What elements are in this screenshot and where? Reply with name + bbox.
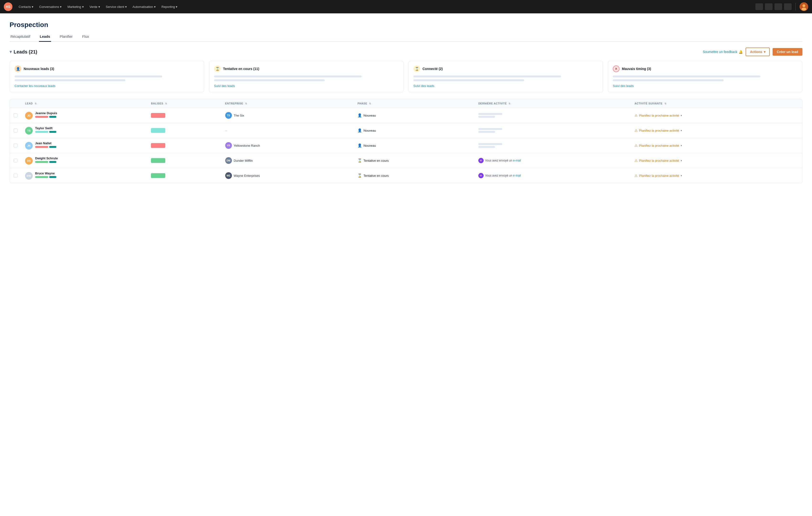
chevron-down-icon[interactable]: ▾	[680, 129, 682, 132]
table-row: DS Dwight Schrute DM Dunder Mifflin ⌛ Te…	[10, 153, 802, 168]
tag-pill-teal	[49, 161, 56, 163]
next-activity-label[interactable]: Planifiez la prochaine activité	[639, 174, 679, 177]
warning-icon: ⚠	[635, 113, 638, 117]
next-activity-label[interactable]: Planifiez la prochaine activité	[639, 114, 679, 117]
last-activity-email: ✉ Vous avez envoyé un e-mail	[478, 158, 627, 163]
placeholder-line	[214, 79, 325, 81]
tab-planifier[interactable]: Planifier	[59, 34, 74, 41]
row-checkbox[interactable]	[13, 159, 18, 163]
logo[interactable]: HS	[4, 2, 12, 11]
sort-icon: ⇅	[245, 102, 247, 105]
th-derniere-activite[interactable]: Dernière Activité ⇅	[474, 99, 631, 108]
table-row: TS Taylor Swift -- 👤 Nouveau ⚠ Planifiez…	[10, 123, 802, 138]
lead-name[interactable]: Bruce Wayne	[35, 172, 56, 175]
table-row: BW Bruce Wayne WE Wayne Enterprises ⌛ Te…	[10, 168, 802, 183]
placeholder-line	[613, 79, 724, 81]
tab-recapitulatif[interactable]: Récapitulatif	[9, 34, 31, 41]
hourglass-phase-icon: ⌛	[357, 173, 362, 178]
tag-pill-teal	[49, 176, 56, 178]
company-name[interactable]: Dunder Mifflin	[234, 159, 253, 163]
table-header-row: Lead ⇅ Balises ⇅ Entreprise ⇅ Phase	[10, 99, 802, 108]
lead-tags	[35, 116, 57, 118]
card-mauvais-link[interactable]: Suivi des leads	[613, 84, 798, 88]
tag-pill	[35, 176, 48, 178]
person-phase-icon: 👤	[357, 113, 362, 117]
nav-icon-btn-4[interactable]	[784, 3, 792, 10]
lead-info: Dwight Schrute	[35, 156, 58, 163]
card-mauvais: ✕ Mauvais timing (3) Suivi des leads	[608, 61, 803, 92]
lead-name[interactable]: Dwight Schrute	[35, 156, 58, 160]
row-checkbox[interactable]	[13, 144, 18, 147]
person-phase-icon: 👤	[357, 128, 362, 133]
company-name[interactable]: Yellowstone Ranch	[234, 144, 260, 147]
nav-item-vente[interactable]: Vente ▾	[87, 4, 103, 10]
create-lead-button[interactable]: Créer un lead	[773, 48, 803, 56]
svg-text:HS: HS	[6, 5, 10, 9]
activity-bar-2	[478, 146, 495, 148]
svg-point-3	[803, 4, 805, 7]
balise-badge	[151, 128, 165, 133]
balise-badge	[151, 158, 165, 163]
lead-avatar: JN	[25, 142, 33, 149]
row-checkbox[interactable]	[13, 113, 18, 117]
nav-item-reporting[interactable]: Reporting ▾	[159, 4, 180, 10]
th-phase[interactable]: Phase ⇅	[354, 99, 474, 108]
person-phase-icon: 👤	[357, 143, 362, 148]
chevron-down-icon: ▾	[9, 49, 12, 55]
placeholder-line	[14, 76, 162, 78]
next-activity-label[interactable]: Planifiez la prochaine activité	[639, 129, 679, 132]
next-activity-label[interactable]: Planifiez la prochaine activité	[639, 144, 679, 147]
nav-item-automatisation[interactable]: Automatisation ▾	[130, 4, 158, 10]
next-activity-label[interactable]: Planifiez la prochaine activité	[639, 159, 679, 163]
nav-item-contacts[interactable]: Contacts ▾	[16, 4, 36, 10]
user-avatar[interactable]	[800, 2, 808, 11]
last-activity-email: ✉ Vous avez envoyé un e-mail	[478, 173, 627, 178]
status-cards: 👤 Nouveaux leads (3) Contacter les nouve…	[9, 61, 803, 92]
card-connecte-link[interactable]: Suivi des leads	[413, 84, 598, 88]
row-checkbox[interactable]	[13, 128, 18, 132]
lead-name[interactable]: Jeanne Dupuis	[35, 111, 57, 115]
row-checkbox[interactable]	[13, 174, 18, 177]
placeholder-line	[214, 76, 361, 78]
chevron-down-icon[interactable]: ▾	[680, 159, 682, 162]
card-tentative-link[interactable]: Suivi des leads	[214, 84, 399, 88]
activity-bar-2	[478, 116, 495, 118]
balise-badge	[151, 173, 165, 178]
chevron-down-icon[interactable]: ▾	[680, 144, 682, 147]
th-lead[interactable]: Lead ⇅	[21, 99, 147, 108]
lead-cell: JD Jeanne Dupuis	[25, 111, 143, 119]
th-entreprise[interactable]: Entreprise ⇅	[222, 99, 354, 108]
nav-item-conversations[interactable]: Conversations ▾	[37, 4, 64, 10]
balise-badge	[151, 143, 165, 148]
lead-cell: TS Taylor Swift	[25, 126, 143, 135]
th-balises[interactable]: Balises ⇅	[147, 99, 221, 108]
lead-name[interactable]: Jean Nallet	[35, 141, 56, 145]
card-nouveaux-link[interactable]: Contacter les nouveaux leads	[14, 84, 199, 88]
hourglass-icon: ⌛	[214, 65, 221, 72]
nav-icon-btn-1[interactable]	[755, 3, 763, 10]
feedback-button[interactable]: Soumettre un feedback 🔔	[703, 50, 743, 54]
warning-icon: ⚠	[635, 144, 638, 147]
lead-tags	[35, 146, 56, 148]
company-name[interactable]: Wayne Enterprises	[234, 174, 260, 177]
nav-item-marketing[interactable]: Marketing ▾	[65, 4, 86, 10]
sort-icon: ⇅	[369, 102, 371, 105]
leads-table: Lead ⇅ Balises ⇅ Entreprise ⇅ Phase	[9, 99, 803, 183]
lead-tags	[35, 161, 58, 163]
company-name[interactable]: The Six	[234, 114, 244, 117]
th-activite-suivante[interactable]: Activité Suivante ⇅	[631, 99, 802, 108]
nav-item-service-client[interactable]: Service client ▾	[104, 4, 129, 10]
tab-flux[interactable]: Flux	[81, 34, 90, 41]
balise-badge	[151, 113, 165, 118]
lead-cell: BW Bruce Wayne	[25, 172, 143, 180]
nav-icon-btn-3[interactable]	[775, 3, 782, 10]
email-link[interactable]: e-mail	[513, 159, 521, 162]
chevron-down-icon[interactable]: ▾	[680, 174, 682, 177]
company-avatar: DM	[225, 157, 232, 164]
email-link[interactable]: e-mail	[513, 174, 521, 177]
chevron-down-icon[interactable]: ▾	[680, 114, 682, 117]
tab-leads[interactable]: Leads	[39, 34, 51, 41]
nav-icon-btn-2[interactable]	[765, 3, 773, 10]
lead-name[interactable]: Taylor Swift	[35, 126, 56, 130]
actions-button[interactable]: Actions ▾	[746, 48, 770, 56]
